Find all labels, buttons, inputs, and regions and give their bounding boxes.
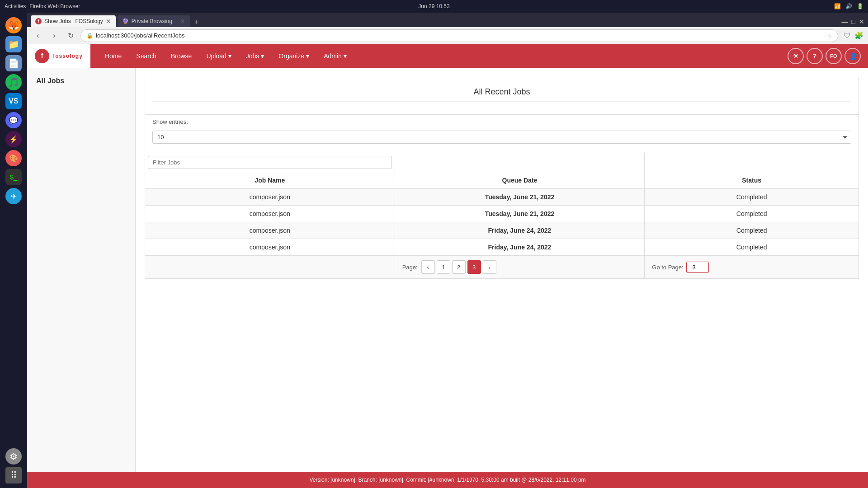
tab-private-close[interactable]: ✕ [180, 18, 185, 25]
browser-nav-bar: ‹ › ↻ 🔒 localhost:3000/jobs/allRecentJob… [27, 27, 868, 44]
nav-organize[interactable]: Organize ▾ [271, 44, 316, 68]
next-page-button[interactable]: › [483, 260, 496, 274]
user-button[interactable]: FO [826, 48, 842, 64]
jobs-table: All Recent Jobs Show entries: 10 25 [145, 77, 859, 279]
status-cell: Completed [645, 222, 859, 239]
dock-apps[interactable]: ⠿ [5, 467, 22, 483]
status-cell: Completed [645, 239, 859, 256]
activities-label[interactable]: Activities [5, 3, 26, 9]
back-button[interactable]: ‹ [32, 29, 44, 42]
table-row: composer.json Tuesday, June 21, 2022 Com… [145, 206, 859, 222]
bookmark-icon[interactable]: ☆ [827, 33, 832, 39]
account-icon-button[interactable]: 👤 [844, 48, 861, 64]
dock-discord[interactable]: 💬 [5, 112, 22, 128]
queue-date-cell: Friday, June 24, 2022 [395, 239, 645, 256]
tab-fossology-close[interactable]: ✕ [106, 18, 111, 25]
reload-button[interactable]: ↻ [64, 29, 77, 42]
foss-nav-right: ☀ ? FO 👤 [788, 48, 868, 64]
os-taskbar: Activities Firefox Web Browser Jun 29 10… [0, 0, 868, 13]
minimize-button[interactable]: — [842, 18, 848, 25]
status-cell: Completed [645, 206, 859, 222]
status-cell: Completed [645, 189, 859, 206]
fossology-favicon: f [35, 18, 42, 24]
show-entries-label: Show entries: [152, 118, 188, 125]
sidebar-title: All Jobs [36, 77, 126, 85]
job-name-cell: composer.json [145, 189, 395, 206]
address-text: localhost:3000/jobs/allRecentJobs [96, 32, 185, 39]
col-status: Status [645, 172, 859, 189]
dock-spotify[interactable]: 🎵 [5, 74, 22, 90]
col-job-name: Job Name [145, 172, 395, 189]
queue-date-cell: Tuesday, June 21, 2022 [395, 206, 645, 222]
tab-private[interactable]: 🔮 Private Browsing ✕ [118, 15, 190, 27]
left-dock: 🦊 📁 📄 🎵 VS 💬 ⚡ 🎨 $_ ✈ ⚙ ⠿ [0, 13, 27, 488]
os-datetime: Jun 29 10:53 [418, 3, 449, 9]
filter-jobs-input[interactable] [148, 156, 392, 169]
dock-firefox[interactable]: 🦊 [5, 17, 22, 33]
browser-content: f fossology Home Search Browse Upload ▾ … [27, 44, 868, 488]
col-queue-date: Queue Date [395, 172, 645, 189]
shield-icon[interactable]: 🛡 [844, 32, 851, 40]
lock-icon: 🔒 [86, 33, 93, 39]
go-to-page-input[interactable] [686, 262, 709, 273]
footer-text: Version: [unknown], Branch: [unknown], C… [309, 477, 585, 483]
fossology-logo[interactable]: f fossology [27, 44, 90, 68]
maximize-button[interactable]: □ [852, 18, 855, 25]
os-taskbar-right: 📶 🔊 🔋 [834, 3, 863, 9]
queue-date-cell: Friday, June 24, 2022 [395, 222, 645, 239]
dock-vscode[interactable]: VS [5, 93, 22, 109]
page-body: All Jobs All Recent Jobs Show entries: [27, 68, 868, 488]
nav-jobs[interactable]: Jobs ▾ [239, 44, 272, 68]
main-content: All Recent Jobs Show entries: 10 25 [136, 68, 868, 488]
fossology-logo-icon: f [35, 49, 49, 63]
address-bar[interactable]: 🔒 localhost:3000/jobs/allRecentJobs ☆ [80, 29, 838, 42]
table-row: composer.json Tuesday, June 21, 2022 Com… [145, 189, 859, 206]
nav-browse[interactable]: Browse [164, 44, 199, 68]
job-name-cell: composer.json [145, 222, 395, 239]
footer: Version: [unknown], Branch: [unknown], C… [27, 472, 868, 488]
nav-search[interactable]: Search [129, 44, 163, 68]
dock-text-editor[interactable]: 📄 [5, 55, 22, 71]
tab-fossology[interactable]: f Show Jobs | FOSSology ✕ [31, 15, 116, 27]
admin-chevron: ▾ [344, 52, 347, 60]
browser-tab-bar: f Show Jobs | FOSSology ✕ 🔮 Private Brow… [27, 13, 868, 27]
table-row: composer.json Friday, June 24, 2022 Comp… [145, 222, 859, 239]
help-button[interactable]: ? [807, 48, 823, 64]
page-2-button[interactable]: 2 [452, 260, 466, 274]
volume-icon: 🔊 [845, 3, 852, 9]
nav-upload[interactable]: Upload ▾ [199, 44, 238, 68]
new-tab-button[interactable]: + [192, 18, 202, 27]
dock-krita[interactable]: 🎨 [5, 150, 22, 166]
close-window-button[interactable]: ✕ [859, 18, 864, 25]
prev-page-button[interactable]: ‹ [421, 260, 435, 274]
dock-terminal[interactable]: $_ [5, 169, 22, 185]
page-3-button[interactable]: 3 [467, 260, 481, 274]
extensions-icon[interactable]: 🧩 [854, 31, 863, 40]
jobs-chevron: ▾ [261, 52, 264, 60]
forward-button[interactable]: › [48, 29, 61, 42]
foss-nav-items: Home Search Browse Upload ▾ Jobs ▾ Organ… [90, 44, 788, 68]
table-row: composer.json Friday, June 24, 2022 Comp… [145, 239, 859, 256]
dock-telegram[interactable]: ✈ [5, 188, 22, 204]
private-icon: 🔮 [122, 18, 129, 24]
queue-date-cell: Tuesday, June 21, 2022 [395, 189, 645, 206]
job-name-cell: composer.json [145, 206, 395, 222]
go-to-page: Go to Page: [652, 262, 851, 273]
table-title: All Recent Jobs [152, 83, 851, 102]
entries-select-wrapper: 10 25 50 100 [152, 131, 851, 144]
fossology-navbar: f fossology Home Search Browse Upload ▾ … [27, 44, 868, 68]
dock-files[interactable]: 📁 [5, 36, 22, 52]
entries-select[interactable]: 10 25 50 100 [152, 131, 851, 144]
tab-private-label: Private Browsing [132, 18, 172, 24]
nav-admin[interactable]: Admin ▾ [316, 44, 354, 68]
sidebar: All Jobs [27, 68, 136, 488]
browser-app-label[interactable]: Firefox Web Browser [29, 3, 80, 9]
dock-settings[interactable]: ⚙ [5, 448, 22, 465]
dock-slack[interactable]: ⚡ [5, 131, 22, 147]
brightness-button[interactable]: ☀ [788, 48, 804, 64]
svg-text:f: f [41, 52, 43, 59]
organize-chevron: ▾ [306, 52, 309, 60]
page-1-button[interactable]: 1 [437, 260, 450, 274]
page-label: Page: [402, 264, 418, 271]
nav-home[interactable]: Home [98, 44, 129, 68]
